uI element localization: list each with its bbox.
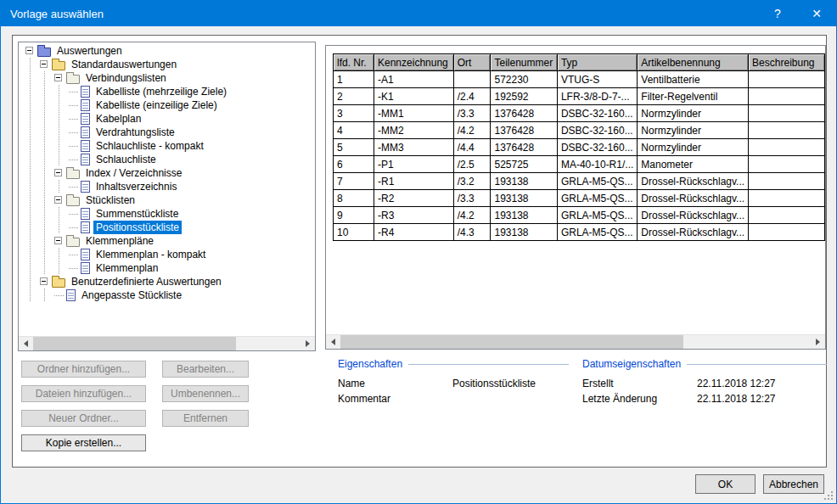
tree-item[interactable]: Klemmenpläne bbox=[19, 234, 315, 248]
tree-item[interactable]: Klemmenplan - kompakt bbox=[19, 248, 315, 261]
help-icon: ? bbox=[774, 7, 781, 20]
property-label: Letzte Änderung bbox=[582, 393, 697, 405]
preview-table-header-row: lfd. Nr.KennzeichnungOrtTeilenummerTypAr… bbox=[334, 54, 825, 71]
tree-guide bbox=[23, 207, 37, 221]
close-button[interactable]: ✕ bbox=[797, 1, 836, 26]
tree-item-label: Klemmenplan bbox=[93, 261, 160, 275]
cancel-button[interactable]: Abbrechen bbox=[763, 474, 824, 494]
table-row: 8-R2/3.3193138GRLA-M5-QS...Drossel-Rücks… bbox=[334, 190, 825, 207]
tree-guide bbox=[23, 153, 37, 166]
table-cell bbox=[749, 156, 825, 173]
collapse-toggle-icon[interactable] bbox=[54, 74, 62, 81]
template-preview-panel: lfd. Nr.KennzeichnungOrtTeilenummerTypAr… bbox=[325, 45, 826, 350]
tree-guide bbox=[23, 126, 37, 139]
table-cell: -MM1 bbox=[374, 105, 454, 122]
scroll-thumb[interactable] bbox=[340, 335, 683, 350]
folder-icon bbox=[66, 197, 80, 206]
scroll-track[interactable] bbox=[340, 335, 811, 350]
tree-item[interactable]: Benutzerdefinierte Auswertungen bbox=[19, 275, 315, 288]
tree-guide bbox=[52, 126, 66, 139]
tree-item[interactable]: Auswertungen bbox=[19, 44, 315, 58]
table-cell: Drossel-Rückschlagv... bbox=[638, 224, 749, 241]
table-cell: Drossel-Rückschlagv... bbox=[638, 207, 749, 224]
tree-guide bbox=[37, 71, 52, 85]
tree-guide bbox=[23, 193, 37, 207]
tree-connector bbox=[52, 288, 66, 302]
create-copy-button[interactable]: Kopie erstellen... bbox=[21, 434, 146, 451]
rename-button[interactable]: Umbenennen... bbox=[162, 385, 249, 402]
tree-item[interactable]: Klemmenplan bbox=[19, 261, 315, 275]
tree-connector bbox=[37, 58, 52, 71]
table-cell: 1376428 bbox=[491, 139, 557, 156]
resize-grip[interactable] bbox=[831, 498, 833, 500]
date-properties-heading: Datumseigenschaften bbox=[582, 357, 827, 371]
table-cell: 193138 bbox=[491, 173, 557, 190]
collapse-toggle-icon[interactable] bbox=[54, 169, 62, 176]
property-label: Name bbox=[338, 378, 452, 389]
heading-rule bbox=[687, 364, 827, 365]
tree-item[interactable]: Kabelliste (mehrzeilige Ziele) bbox=[19, 85, 315, 98]
tree-h-scrollbar[interactable] bbox=[19, 336, 315, 350]
preview-h-scrollbar[interactable] bbox=[326, 334, 825, 349]
tree-item[interactable]: Stücklisten bbox=[19, 193, 315, 207]
folder-icon bbox=[37, 48, 51, 57]
tree-item[interactable]: Kabelplan bbox=[19, 112, 315, 126]
scroll-left-button[interactable] bbox=[19, 337, 33, 351]
table-cell: -K1 bbox=[374, 88, 454, 105]
tree-item[interactable]: Index / Verzeichnisse bbox=[19, 166, 315, 180]
scroll-right-button[interactable] bbox=[811, 335, 825, 350]
tree-item-label: Klemmenpläne bbox=[83, 234, 156, 248]
table-cell: -R1 bbox=[374, 173, 454, 190]
scroll-left-button[interactable] bbox=[326, 335, 340, 350]
table-cell: 572230 bbox=[491, 71, 557, 88]
collapse-toggle-icon[interactable] bbox=[40, 60, 48, 68]
tree-item[interactable]: Schlauchliste bbox=[19, 153, 315, 166]
new-folder-button[interactable]: Neuer Ordner... bbox=[21, 410, 146, 427]
date-properties-heading-label: Datumseigenschaften bbox=[582, 358, 681, 370]
tree-item[interactable]: Angepasste Stückliste bbox=[19, 288, 315, 302]
tree-item[interactable]: Kabelliste (einzeilige Ziele) bbox=[19, 98, 315, 112]
ok-button[interactable]: OK bbox=[695, 474, 756, 494]
table-cell: -R4 bbox=[374, 224, 454, 241]
table-cell: DSBC-32-160... bbox=[557, 122, 637, 139]
edit-button[interactable]: Bearbeiten... bbox=[162, 361, 249, 378]
table-cell: GRLA-M5-QS... bbox=[557, 224, 637, 241]
collapse-toggle-icon[interactable] bbox=[25, 47, 33, 54]
collapse-toggle-icon[interactable] bbox=[54, 196, 62, 204]
table-cell: GRLA-M5-QS... bbox=[557, 173, 637, 190]
collapse-toggle-icon[interactable] bbox=[54, 237, 62, 244]
remove-button[interactable]: Entfernen bbox=[162, 410, 249, 427]
tree-guide bbox=[52, 112, 66, 126]
add-files-button[interactable]: Dateien hinzufügen... bbox=[21, 385, 146, 402]
column-header: Teilenummer bbox=[491, 54, 557, 71]
tree-item[interactable]: Verdrahtungsliste bbox=[19, 126, 315, 139]
table-cell: /4.2 bbox=[453, 207, 491, 224]
properties-heading: Eigenschaften bbox=[338, 357, 569, 371]
tree-item[interactable]: Summenstückliste bbox=[19, 207, 315, 221]
collapse-toggle-icon[interactable] bbox=[40, 277, 48, 285]
date-properties-group: Datumseigenschaften Erstellt22.11.2018 1… bbox=[582, 357, 827, 406]
tree-item[interactable]: Schlauchliste - kompakt bbox=[19, 139, 315, 153]
title-bar: Vorlage auswählen ? ✕ bbox=[1, 1, 836, 26]
table-cell: 193138 bbox=[491, 207, 557, 224]
table-cell: 3 bbox=[334, 105, 374, 122]
document-icon bbox=[66, 289, 76, 301]
help-button[interactable]: ? bbox=[758, 1, 797, 26]
tree-connector bbox=[52, 234, 66, 248]
scroll-track[interactable] bbox=[33, 337, 301, 351]
tree-item[interactable]: Inhaltsverzeichnis bbox=[19, 180, 315, 193]
scroll-thumb[interactable] bbox=[33, 337, 236, 351]
scroll-right-button[interactable] bbox=[301, 337, 315, 351]
table-cell: -P1 bbox=[374, 156, 454, 173]
template-tree: AuswertungenStandardauswertungenVerbindu… bbox=[19, 44, 315, 302]
document-icon bbox=[81, 181, 90, 193]
table-cell: Normzylinder bbox=[638, 105, 749, 122]
tree-item[interactable]: Positionsstückliste bbox=[19, 221, 315, 234]
add-folder-button[interactable]: Ordner hinzufügen... bbox=[21, 361, 146, 378]
tree-connector bbox=[66, 112, 81, 126]
tree-item[interactable]: Standardauswertungen bbox=[19, 58, 315, 71]
tree-guide bbox=[37, 288, 52, 302]
tree-item[interactable]: Verbindungslisten bbox=[19, 71, 315, 85]
table-cell: -A1 bbox=[374, 71, 454, 88]
tree-guide bbox=[23, 248, 37, 261]
